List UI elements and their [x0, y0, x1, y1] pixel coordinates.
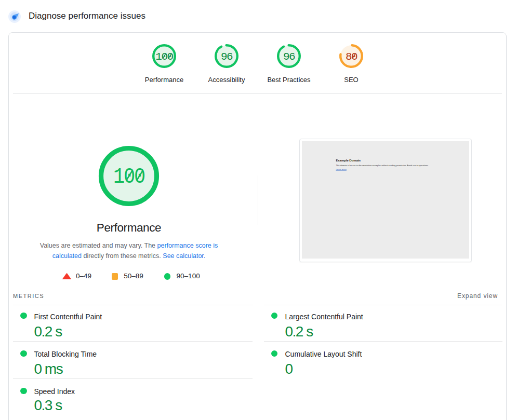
svg-text:96: 96 — [283, 51, 295, 63]
svg-text:80: 80 — [346, 51, 357, 63]
svg-text:100: 100 — [155, 51, 173, 63]
svg-text:96: 96 — [221, 51, 233, 63]
